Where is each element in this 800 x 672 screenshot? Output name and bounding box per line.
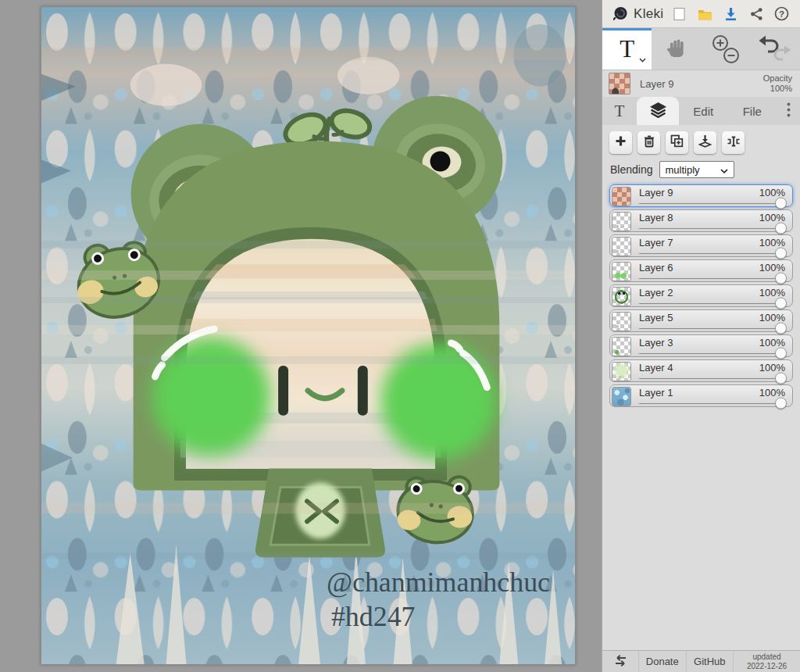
tool-row: T — [602, 28, 800, 70]
active-layer-preview[interactable]: Layer 9 Opacity 100% — [602, 70, 800, 97]
layer-opacity-value: 100% — [759, 363, 785, 373]
blending-label: Blending — [610, 163, 653, 176]
slider-knob[interactable] — [775, 322, 787, 334]
layer-opacity-slider[interactable] — [639, 374, 785, 382]
active-layer-opacity: Opacity 100% — [763, 73, 792, 93]
share-icon[interactable] — [746, 4, 766, 24]
slider-knob[interactable] — [775, 397, 787, 409]
slider-knob[interactable] — [775, 297, 787, 309]
footer-bar: Donate GitHub updated 2022-12-26 — [602, 650, 800, 672]
zoom-out-icon — [724, 48, 738, 63]
app-logo[interactable]: Kleki — [610, 4, 663, 24]
layer-row[interactable]: Layer 3 100% — [609, 334, 793, 357]
layer-row[interactable]: Layer 5 100% — [609, 309, 793, 332]
layer-name: Layer 2 — [639, 288, 753, 298]
select-chevron-icon — [720, 164, 728, 176]
layer-opacity-slider[interactable] — [639, 273, 785, 282]
layer-opacity-slider[interactable] — [639, 223, 785, 232]
slider-knob[interactable] — [775, 222, 787, 234]
layer-opacity-value: 100% — [759, 188, 785, 198]
merge-down-button[interactable] — [694, 131, 716, 154]
layer-opacity-value: 100% — [759, 313, 785, 323]
layer-row[interactable]: Layer 6 100% — [609, 259, 793, 282]
layer-opacity-value: 100% — [759, 213, 785, 223]
layer-row[interactable]: Layer 1 100% — [609, 384, 793, 407]
donate-link[interactable]: Donate — [638, 651, 686, 672]
layer-opacity-value: 100% — [759, 388, 785, 398]
credit-tag-text: #hd247 — [331, 601, 416, 632]
layer-name: Layer 3 — [639, 338, 753, 348]
plus-icon — [615, 135, 627, 150]
layer-opacity-slider[interactable] — [639, 298, 785, 307]
blending-value: multiply — [666, 164, 700, 176]
layer-row[interactable]: Layer 9 100% — [609, 184, 793, 207]
layer-row[interactable]: Layer 2 100% — [609, 284, 793, 307]
hand-tool-button[interactable] — [652, 28, 701, 70]
more-menu-button[interactable] — [777, 97, 800, 125]
tab-tool-settings[interactable]: T — [602, 97, 637, 125]
text-tool-label: T — [620, 35, 634, 63]
rename-layer-button[interactable] — [722, 131, 745, 154]
hand-icon — [666, 38, 687, 61]
layer-opacity-value: 100% — [759, 338, 785, 348]
layer-opacity-value: 100% — [759, 288, 785, 298]
artwork-frog-character: @chanmimanhchuc #hd247 — [41, 7, 575, 664]
tab-layers[interactable] — [637, 97, 679, 125]
delete-layer-button[interactable] — [638, 131, 660, 154]
rename-icon — [727, 135, 741, 151]
kebab-menu-icon — [787, 102, 791, 120]
layer-thumbnail — [612, 287, 631, 306]
open-file-icon[interactable] — [695, 4, 715, 24]
layer-opacity-slider[interactable] — [639, 323, 785, 332]
layer-name: Layer 1 — [639, 388, 753, 398]
layer-thumbnail — [612, 212, 631, 231]
github-link[interactable]: GitHub — [686, 651, 734, 672]
layer-list: Layer 9 100% Layer 8 100% Layer 7 100% — [602, 183, 800, 407]
layer-opacity-value: 100% — [759, 263, 785, 273]
drawing-canvas[interactable]: @chanmimanhchuc #hd247 — [41, 6, 576, 665]
download-icon[interactable] — [720, 4, 741, 24]
slider-knob[interactable] — [775, 197, 787, 209]
swap-colors-button[interactable] — [602, 651, 638, 672]
kleki-logo-icon — [610, 4, 630, 24]
top-toolbar: Kleki ? — [602, 0, 800, 28]
layer-name: Layer 8 — [639, 213, 753, 223]
help-icon[interactable]: ? — [772, 4, 792, 24]
layer-name: Layer 9 — [639, 188, 753, 198]
tab-file-label: File — [743, 105, 762, 118]
layer-name: Layer 4 — [639, 363, 753, 373]
zoom-in-icon — [713, 36, 727, 50]
merge-down-icon — [698, 134, 712, 151]
slider-knob[interactable] — [775, 372, 787, 384]
blending-row: Blending multiply — [602, 159, 800, 183]
slider-knob[interactable] — [775, 247, 787, 259]
layer-opacity-value: 100% — [759, 238, 785, 248]
tab-file[interactable]: File — [728, 97, 777, 125]
duplicate-layer-button[interactable] — [666, 131, 688, 154]
active-layer-name: Layer 9 — [640, 78, 673, 90]
layer-thumbnail — [612, 237, 631, 256]
layer-row[interactable]: Layer 7 100% — [609, 234, 793, 257]
layer-row[interactable]: Layer 4 100% — [609, 359, 793, 382]
trash-icon — [643, 134, 655, 151]
chevron-down-icon — [639, 52, 646, 66]
layer-row[interactable]: Layer 8 100% — [609, 209, 793, 232]
text-tool-button[interactable]: T — [602, 28, 652, 70]
new-image-icon[interactable] — [669, 4, 689, 24]
layer-opacity-slider[interactable] — [639, 198, 785, 207]
blending-select[interactable]: multiply — [659, 161, 734, 178]
undo-icon[interactable] — [759, 35, 778, 52]
credit-handle-text: @chanmimanhchuc — [327, 567, 550, 598]
add-layer-button[interactable] — [609, 131, 632, 154]
slider-knob[interactable] — [775, 272, 787, 284]
zoom-tools[interactable] — [702, 28, 751, 70]
tab-tool-label: T — [615, 102, 625, 121]
active-layer-thumbnail — [609, 73, 630, 95]
layer-opacity-slider[interactable] — [639, 349, 785, 357]
tab-edit-label: Edit — [693, 105, 713, 118]
slider-knob[interactable] — [775, 347, 787, 359]
tab-edit[interactable]: Edit — [679, 97, 728, 125]
layer-opacity-slider[interactable] — [639, 248, 785, 257]
layer-thumbnail — [612, 187, 631, 206]
layer-opacity-slider[interactable] — [639, 399, 785, 407]
